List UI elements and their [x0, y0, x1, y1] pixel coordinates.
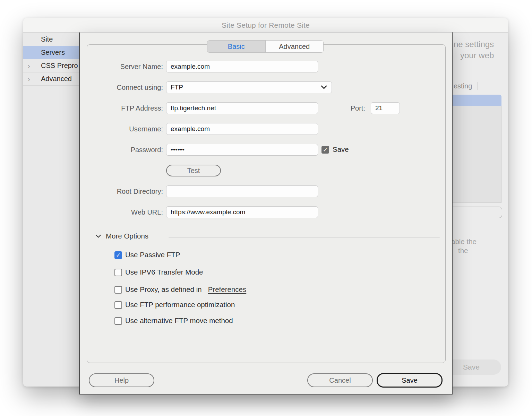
save-password-checkbox[interactable]: ✓	[321, 146, 329, 154]
tab-divider	[478, 82, 478, 90]
sidebar-item-servers[interactable]: Servers	[23, 46, 79, 59]
background-paragraph-fragment: able the	[453, 237, 477, 246]
username-field[interactable]	[166, 123, 318, 135]
sidebar-item-label: Servers	[41, 49, 65, 57]
help-button[interactable]: Help	[89, 373, 154, 387]
use-passive-ftp-checkbox[interactable]: ✓	[114, 251, 122, 259]
ftp-address-label: FTP Address:	[83, 102, 163, 114]
root-directory-field[interactable]	[166, 185, 318, 197]
window-titlebar: Site Setup for Remote Site	[23, 18, 508, 33]
background-rounded-box	[453, 207, 502, 218]
sidebar-item-label: Advanced	[41, 75, 72, 83]
server-name-field[interactable]	[166, 61, 318, 72]
sidebar-item-site[interactable]: Site	[23, 33, 79, 46]
root-directory-label: Root Directory:	[83, 185, 163, 197]
window-title: Site Setup for Remote Site	[222, 21, 310, 29]
save-button[interactable]: Save	[377, 373, 443, 388]
background-save-button: Save	[453, 359, 501, 375]
chevron-right-icon: ›	[28, 62, 30, 69]
use-proxy-checkbox[interactable]: ✓	[114, 286, 122, 294]
use-alternative-ftp-label: Use alternative FTP move method	[125, 317, 233, 325]
basic-advanced-tabs: Basic Advanced	[207, 40, 324, 53]
connect-using-select[interactable]: FTP	[166, 81, 332, 93]
section-divider	[169, 237, 440, 237]
port-field[interactable]	[371, 102, 400, 114]
save-password-label: Save	[333, 145, 349, 154]
checkmark-icon: ✓	[323, 147, 328, 153]
sidebar-item-label: Site	[41, 35, 53, 43]
sidebar: Site Servers › CSS Prepro › Advanced	[23, 33, 79, 387]
connect-using-value: FTP	[171, 84, 183, 91]
background-tab-fragment: esting	[454, 82, 478, 90]
web-url-label: Web URL:	[83, 206, 163, 218]
background-window-fragment: ne settings your web esting able the the…	[453, 33, 508, 387]
sidebar-item-css-preprocessors[interactable]: › CSS Prepro	[23, 59, 79, 72]
password-field[interactable]	[166, 144, 318, 156]
sidebar-item-label: CSS Prepro	[41, 62, 78, 70]
password-label: Password:	[83, 144, 163, 156]
use-ftp-performance-label: Use FTP performance optimization	[125, 301, 235, 309]
server-settings-sheet: Basic Advanced Server Name: Connect usin…	[79, 32, 453, 395]
use-ftp-performance-checkbox[interactable]: ✓	[114, 301, 122, 309]
background-paragraph-fragment: the	[458, 246, 468, 255]
use-alternative-ftp-checkbox[interactable]: ✓	[114, 317, 122, 325]
sidebar-item-advanced[interactable]: › Advanced	[23, 72, 79, 86]
preferences-link[interactable]: Preferences	[208, 285, 247, 293]
connect-using-label: Connect using:	[83, 81, 163, 93]
use-ipv6-label: Use IPV6 Transfer Mode	[125, 268, 203, 276]
more-options-toggle[interactable]: More Options	[95, 232, 148, 240]
checkmark-icon: ✓	[116, 252, 121, 258]
web-url-field[interactable]	[166, 206, 318, 218]
chevron-right-icon: ›	[28, 76, 30, 83]
tab-advanced[interactable]: Advanced	[265, 41, 324, 52]
background-server-table	[453, 106, 501, 203]
use-ipv6-checkbox[interactable]: ✓	[114, 269, 122, 276]
background-text-fragment: your web	[460, 51, 494, 60]
ftp-address-field[interactable]	[166, 102, 318, 114]
chevron-down-icon	[95, 234, 101, 238]
port-label: Port:	[336, 102, 365, 114]
more-options-label: More Options	[106, 232, 148, 240]
server-name-label: Server Name:	[83, 61, 163, 72]
use-passive-ftp-label: Use Passive FTP	[125, 251, 180, 259]
cancel-button[interactable]: Cancel	[307, 373, 373, 387]
chevron-down-icon	[321, 85, 327, 89]
test-button[interactable]: Test	[166, 165, 221, 176]
background-selected-row	[453, 95, 501, 106]
tab-basic[interactable]: Basic	[207, 41, 265, 52]
use-proxy-label: Use Proxy, as defined inPreferences	[125, 285, 246, 294]
background-text-fragment: ne settings	[454, 40, 494, 49]
username-label: Username:	[83, 123, 163, 135]
